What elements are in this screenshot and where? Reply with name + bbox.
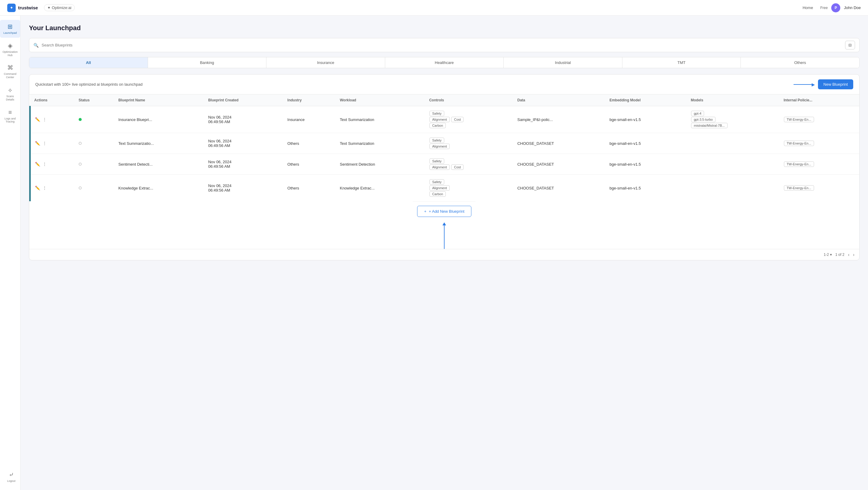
category-tab-insurance[interactable]: Insurance [267,57,385,68]
policy-tag-2: TW-Energy-En... [784,141,814,146]
category-tab-banking[interactable]: Banking [148,57,267,68]
cell-industry-4: Others [283,175,336,202]
edit-button-3[interactable]: ✏️ [35,162,40,167]
search-input[interactable] [41,43,842,47]
cell-data-3: CHOOSE_DATASET [513,154,605,175]
cell-actions-4: ✏️ ⋮ [30,175,74,202]
page-title: Your Launchpad [29,24,860,32]
category-tab-industrial[interactable]: Industrial [504,57,622,68]
add-blueprint-area: + + Add New Blueprint [29,201,859,249]
cell-embedding-2: bge-small-en-v1.5 [605,133,687,154]
tag-carbon-4: Carbon [430,191,446,197]
status-inactive-4 [79,186,82,190]
pagination-next[interactable]: › [853,252,855,257]
category-tab-others[interactable]: Others [741,57,859,68]
model-tag-gpt4: gpt-4 [691,111,704,116]
tag-alignment-2: Alignment [430,144,450,149]
new-blueprint-button[interactable]: New Blueprint [818,79,853,89]
free-badge: Free [820,6,828,10]
blueprints-section: Quickstart with 100+ live optimized ai b… [29,74,860,260]
cell-models-4 [687,175,779,202]
cell-policies-2: TW-Energy-En... [779,133,859,154]
category-tab-all[interactable]: All [29,57,148,68]
page-info: 1 of 2 [835,253,844,257]
pagination-prev[interactable]: ‹ [848,252,849,257]
col-internal-policies: Internal Policie... [779,94,859,106]
sidebar-item-label-logout: Logout [7,480,16,483]
home-link[interactable]: Home [803,5,813,10]
cell-created-2: Nov 06, 202406:49:56 AM [204,133,283,154]
status-inactive-3 [79,163,82,166]
cell-name-2: Text Summarizatio... [114,133,204,154]
tag-safety-4: Safety [430,179,444,185]
filter-button[interactable]: ⊟ [845,41,855,50]
cell-actions-3: ✏️ ⋮ [30,154,74,175]
cell-policies-1: TW-Energy-En... [779,106,859,133]
cell-industry-3: Others [283,154,336,175]
tag-alignment-3: Alignment [430,165,450,170]
sidebar-item-launchpad[interactable]: ⊞ Launchpad [0,20,20,38]
sidebar-item-scans-details[interactable]: ⟡ Scans Details [0,83,20,105]
per-page-selector[interactable]: 1-2 ▾ [824,253,832,257]
arrow-head-icon: ▶ [812,82,815,87]
arrow-decoration: ▶ [794,82,815,87]
cell-actions-2: ✏️ ⋮ [30,133,74,154]
cell-status-2 [74,133,114,154]
sidebar-item-label-optimization-hub: Optimization Hub [2,50,19,57]
edit-button-1[interactable]: ✏️ [35,117,40,122]
sidebar-item-command-center[interactable]: ⌘ Command Center [0,61,20,82]
menu-button-4[interactable]: ⋮ [42,185,47,191]
cell-embedding-4: bge-small-en-v1.5 [605,175,687,202]
username: John Doe [844,5,861,10]
cell-industry-2: Others [283,133,336,154]
sidebar-item-logout[interactable]: ⤶ Logout [4,468,19,486]
scans-details-icon: ⟡ [8,86,12,93]
cell-workload-1: Text Summarization [336,106,425,133]
category-tab-healthcare[interactable]: Healthcare [385,57,504,68]
cell-status-3 [74,154,114,175]
cell-industry-1: Insurance [283,106,336,133]
col-blueprint-created: Blueprint Created [204,94,283,106]
cell-status-1 [74,106,114,133]
col-status: Status [74,94,114,106]
avatar: P [831,3,840,12]
menu-button-3[interactable]: ⋮ [42,162,47,167]
blueprints-header: Quickstart with 100+ live optimized ai b… [29,75,859,94]
arrow-line [794,84,812,85]
optimize-badge: ✦ Optimize:ai [44,4,75,11]
cell-name-1: Insurance Bluepri... [114,106,204,133]
cell-created-4: Nov 06, 202406:49:56 AM [204,175,283,202]
add-new-blueprint-button[interactable]: + + Add New Blueprint [417,206,471,217]
sidebar-item-logs-tracing[interactable]: ≡ Logs and Tracing [0,106,20,127]
edit-button-4[interactable]: ✏️ [35,185,40,191]
logo[interactable]: ✦ trustwise [7,4,38,12]
col-models: Models [687,94,779,106]
launchpad-icon: ⊞ [7,23,13,30]
cell-data-4: CHOOSE_DATASET [513,175,605,202]
add-blueprint-row: + + Add New Blueprint [413,201,475,221]
plus-icon: + [424,209,427,213]
cell-controls-3: Safety Alignment Cost [425,154,513,175]
cell-policies-4: TW-Energy-En... [779,175,859,202]
sidebar-item-optimization-hub[interactable]: ◈ Optimization Hub [0,39,20,60]
policy-tag-4: TW-Energy-En... [784,185,814,191]
category-tab-tmt[interactable]: TMT [622,57,741,68]
optimize-label: Optimize:ai [52,5,71,10]
cell-name-3: Sentiment Detecti... [114,154,204,175]
cell-created-1: Nov 06, 202406:49:56 AM [204,106,283,133]
blueprint-table: Actions Status Blueprint Name Blueprint … [29,94,859,201]
table-row: ✏️ ⋮ Knowledge Extrac... Nov 06, 202406:… [30,175,860,202]
menu-button-2[interactable]: ⋮ [42,141,47,146]
menu-button-1[interactable]: ⋮ [42,117,47,122]
edit-button-2[interactable]: ✏️ [35,141,40,146]
model-tag-gpt35: gpt-3.5-turbo [691,117,715,122]
cell-workload-4: Knowledge Extrac... [336,175,425,202]
tag-cost-1: Cost [451,117,464,122]
tag-safety-1: Safety [430,111,444,116]
cell-created-3: Nov 06, 202406:49:56 AM [204,154,283,175]
logout-icon: ⤶ [9,471,14,478]
cell-controls-4: Safety Alignment Carbon [425,175,513,202]
tag-cost-3: Cost [451,165,464,170]
tag-safety-3: Safety [430,158,444,164]
table-container: Actions Status Blueprint Name Blueprint … [29,94,859,201]
